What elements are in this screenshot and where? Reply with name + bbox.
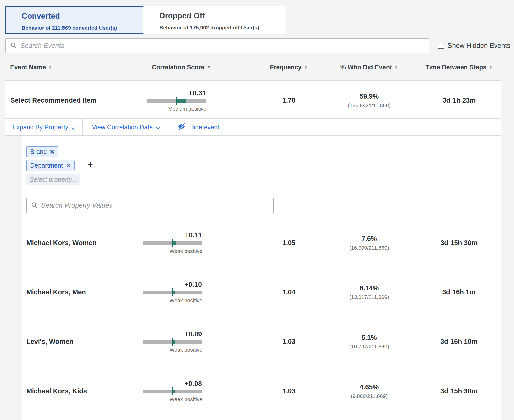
tab-dropped-off-title: Dropped Off (159, 11, 281, 20)
score-bar-track (143, 241, 202, 245)
time-between-cell: 3d 1h 23m (417, 97, 501, 104)
correlation-score-widget: +0.10 Weak positive (143, 281, 202, 304)
score-bar-fill (177, 99, 186, 103)
tab-converted-title: Converted (22, 12, 138, 21)
property-chip-brand[interactable]: Brand (26, 146, 58, 157)
pct-value: 7.6% (361, 235, 377, 243)
correlation-score-widget: +0.31 Medium positive (147, 89, 206, 112)
time-between-cell: 3d 15h 30m (417, 239, 501, 247)
time-between-cell: 3d 16h 1m (417, 288, 501, 296)
sort-icon[interactable]: ▲▼ (395, 65, 398, 69)
time-between-value: 3d 1h 23m (442, 97, 476, 104)
event-row-select-recommended-item[interactable]: Select Recommended Item +0.31 Medium pos… (5, 80, 501, 119)
score-bar-track (143, 340, 202, 344)
score-bar-zero-tick (172, 239, 173, 247)
close-icon[interactable] (66, 163, 71, 168)
frequency-cell: 1.03 (256, 338, 322, 346)
score-strength-label: Weak positive (143, 347, 202, 353)
time-between-cell: 3d 16h 10m (417, 338, 501, 346)
score-strength-label: Weak positive (143, 396, 202, 402)
search-property-values-input[interactable] (41, 202, 269, 209)
correlation-score-widget: +0.09 Weak positive (143, 330, 202, 353)
property-breakdown-panel: Brand Department Select property... + (22, 136, 501, 420)
column-header-pct-who-did-event[interactable]: % Who Did Event ▲▼ (321, 64, 417, 71)
score-value: +0.10 (143, 281, 202, 289)
sort-icon[interactable]: ▲▼ (304, 65, 307, 69)
property-name: Michael Kors, Kids (22, 387, 138, 395)
correlation-score-cell: +0.11 Weak positive (138, 231, 256, 254)
frequency-cell: 1.05 (256, 239, 322, 247)
property-row[interactable]: Michael Kors, Women +0.11 Weak positive … (22, 217, 501, 267)
time-between-value: 3d 15h 30m (440, 387, 477, 395)
frequency-value: 1.78 (282, 97, 296, 104)
score-bar-zero-tick (172, 338, 173, 346)
property-chips-column: Brand Department Select property... (22, 136, 79, 193)
frequency-value: 1.03 (282, 338, 296, 346)
pct-value: 4.65% (360, 383, 379, 391)
property-row[interactable]: Levi's, Women +0.09 Weak positive 1.03 5… (22, 316, 501, 366)
frequency-value: 1.03 (282, 387, 296, 395)
score-bar-track (147, 99, 206, 103)
pct-fraction: (126,842/211,869) (348, 102, 391, 108)
column-header-time-between-steps[interactable]: Time Between Steps ▲▼ (417, 64, 501, 71)
correlation-score-cell: +0.10 Weak positive (138, 281, 256, 304)
score-value: +0.09 (143, 330, 202, 338)
frequency-value: 1.04 (282, 288, 296, 296)
frequency-cell: 1.04 (256, 288, 322, 296)
hide-event-label: Hide event (189, 124, 219, 131)
view-correlation-data-button[interactable]: View Correlation Data (83, 119, 169, 135)
event-name: Select Recommended Item (5, 97, 138, 104)
chevron-down-icon (71, 124, 75, 131)
correlation-score-cell: +0.09 Weak positive (138, 330, 256, 353)
column-header-event-name[interactable]: Event Name ▲▼ (5, 64, 138, 71)
pct-fraction: (9,860/211,869) (351, 393, 388, 399)
eye-off-icon (177, 122, 189, 132)
search-events-input[interactable] (20, 42, 424, 50)
score-strength-label: Weak positive (143, 248, 202, 254)
search-events-box (5, 38, 429, 53)
time-between-value: 3d 16h 1m (442, 288, 475, 296)
score-strength-label: Medium positive (147, 106, 206, 112)
correlation-score-cell: +0.08 Weak positive (138, 380, 256, 402)
pct-who-did-cell: 5.1% (10,797/211,869) (322, 334, 417, 350)
column-label: Event Name (10, 64, 46, 71)
expand-by-property-button[interactable]: Expand By Property (5, 119, 83, 135)
tab-dropped-off[interactable]: Dropped Off Behavior of 175,902 dropped … (143, 6, 286, 34)
column-header-correlation-score[interactable]: Correlation Score ▼ (122, 64, 240, 71)
property-chip-department[interactable]: Department (26, 160, 75, 171)
sort-desc-icon[interactable]: ▼ (207, 65, 211, 69)
search-events-row: Show Hidden Events (5, 38, 514, 53)
property-search-section (22, 193, 501, 217)
property-row[interactable]: Michael Kors, Men +0.10 Weak positive 1.… (22, 267, 501, 316)
property-row[interactable]: Michael Kors, Kids +0.08 Weak positive 1… (22, 366, 501, 415)
pct-who-did-cell: 6.14% (13,017/211,869) (322, 284, 417, 300)
pct-who-did-cell: 59.9% (126,842/211,869) (322, 93, 417, 108)
sort-icon[interactable]: ▲▼ (489, 65, 492, 69)
show-hidden-events-checkbox[interactable] (438, 43, 444, 49)
tab-dropped-off-subtitle: Behavior of 175,902 dropped off User(s) (159, 25, 281, 31)
hide-event-button[interactable]: Hide event (169, 119, 219, 135)
select-property-input[interactable]: Select property... (26, 174, 80, 185)
column-label: % Who Did Event (340, 64, 392, 71)
sort-icon[interactable]: ▲▼ (49, 65, 52, 69)
score-bar-track (143, 291, 202, 294)
frequency-cell: 1.03 (256, 387, 322, 395)
property-chips-row: Brand Department Select property... + (22, 136, 501, 193)
add-property-column: + (79, 136, 101, 193)
pct-value: 59.9% (360, 93, 379, 100)
property-name: Michael Kors, Men (22, 288, 138, 296)
correlation-score-widget: +0.08 Weak positive (143, 380, 202, 402)
score-bar-zero-tick (176, 97, 177, 105)
close-icon[interactable] (50, 150, 54, 154)
pct-value: 5.1% (361, 334, 377, 342)
add-property-button[interactable]: + (87, 159, 93, 170)
pct-fraction: (10,797/211,869) (349, 344, 389, 350)
show-hidden-events-toggle[interactable]: Show Hidden Events (438, 42, 510, 50)
tab-converted[interactable]: Converted Behavior of 211,869 converted … (5, 6, 143, 34)
score-value: +0.11 (143, 231, 202, 239)
chevron-down-icon (156, 124, 160, 131)
cohort-tabs: Converted Behavior of 211,869 converted … (5, 0, 514, 34)
time-between-value: 3d 15h 30m (440, 239, 477, 247)
score-bar-zero-tick (172, 288, 173, 296)
column-header-frequency[interactable]: Frequency ▲▼ (256, 64, 321, 71)
